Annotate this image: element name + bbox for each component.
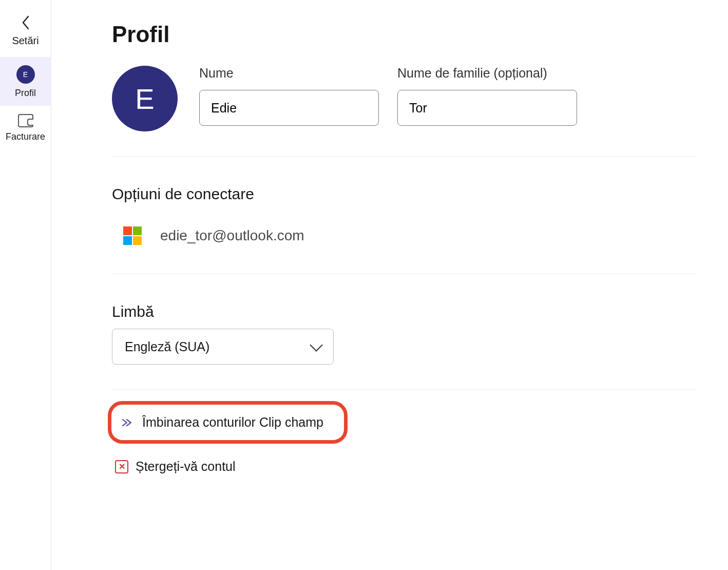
first-name-group: Nume	[199, 66, 379, 126]
login-email: edie_tor@outlook.com	[160, 227, 304, 244]
avatar-letter: E	[23, 70, 28, 79]
sidebar-item-label: Facturare	[6, 131, 45, 142]
last-name-group: Nume de familie (opțional)	[397, 66, 577, 126]
language-selected-value: Engleză (SUA)	[125, 339, 209, 354]
sidebar-item-profile[interactable]: E Profil	[0, 57, 51, 106]
chevron-down-icon	[310, 338, 322, 351]
sidebar-header: Setări	[12, 35, 39, 47]
microsoft-icon	[123, 226, 142, 245]
first-name-label: Nume	[199, 66, 379, 81]
login-options-section: Opțiuni de conectare edie_tor@outlook.co…	[112, 157, 697, 274]
merge-icon	[122, 417, 136, 428]
sidebar-item-billing[interactable]: Facturare	[0, 106, 51, 149]
delete-account-label: Ștergeți-vă contul	[136, 459, 236, 474]
back-button[interactable]	[15, 12, 36, 33]
chevron-left-icon	[21, 15, 30, 30]
wallet-icon	[18, 114, 33, 127]
last-name-input[interactable]	[397, 90, 577, 126]
login-options-title: Opțiuni de conectare	[112, 185, 697, 203]
avatar-letter: E	[135, 82, 154, 116]
account-actions: Îmbinarea conturilor Clip champ ✕ Șterge…	[112, 390, 697, 480]
main-content: Profil E Nume Nume de familie (opțional)…	[51, 0, 728, 570]
avatar: E	[112, 66, 178, 131]
login-option-microsoft: edie_tor@outlook.com	[112, 226, 697, 245]
merge-accounts-button[interactable]: Îmbinarea conturilor Clip champ	[108, 401, 348, 444]
page-title: Profil	[112, 22, 697, 47]
avatar-small: E	[16, 65, 35, 84]
close-box-icon: ✕	[115, 460, 128, 473]
sidebar-item-label: Profil	[15, 88, 36, 99]
last-name-label: Nume de familie (opțional)	[397, 66, 577, 81]
language-select[interactable]: Engleză (SUA)	[112, 329, 334, 365]
first-name-input[interactable]	[199, 90, 379, 126]
sidebar: Setări E Profil Facturare	[0, 0, 51, 570]
profile-section: E Nume Nume de familie (opțional)	[112, 66, 697, 157]
delete-account-button[interactable]: ✕ Ștergeți-vă contul	[112, 453, 697, 480]
merge-accounts-label: Îmbinarea conturilor Clip champ	[142, 415, 323, 430]
language-label: Limbă	[112, 303, 697, 320]
language-section: Limbă Engleză (SUA)	[112, 274, 697, 390]
